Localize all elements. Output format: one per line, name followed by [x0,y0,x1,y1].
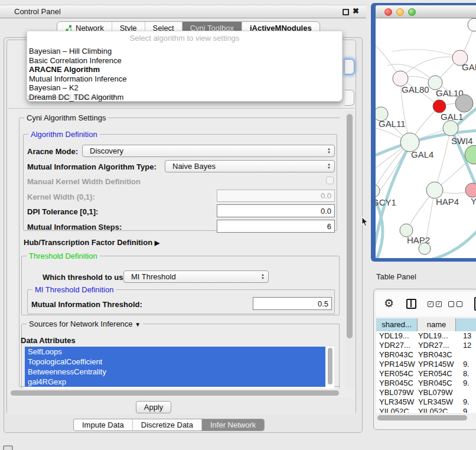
algorithm-option[interactable]: Bayesian – Hill Climbing [29,47,126,56]
kernel-width-field[interactable]: 0.0 [217,190,335,202]
select-all-icon[interactable]: ✓ ✓ [428,301,442,307]
algorithm-definition-group: Algorithm Definition Aracne Mode: Discov… [23,134,337,231]
table-row[interactable]: YPR145WYPR145W9. [376,360,476,369]
table-cell: YPR145W [418,360,456,369]
algorithm-option[interactable]: Dream8 DC_TDC Algorithm [29,93,126,102]
mi-threshold-definition-group: MI Threshold Definition Mutual Informati… [27,289,335,314]
network-node-hap4[interactable] [426,182,443,198]
table-cell [456,350,476,360]
column-header[interactable] [456,318,476,331]
network-node-y[interactable] [465,183,476,197]
network-canvas[interactable]: GALGAL80GAL10GAL1GAL11SWI4GAL4GCY1HAP4YH… [376,18,476,258]
table-row[interactable]: YDL19...YDL19...13 [376,331,476,341]
network-node[interactable] [419,243,431,255]
apply-button[interactable]: Apply [136,401,171,413]
zoom-traffic-light-icon[interactable] [408,8,416,16]
network-edge[interactable] [392,50,460,58]
table-row[interactable]: YDR27...YDR27...12 [376,341,476,350]
network-edge[interactable] [435,128,451,190]
column-header[interactable]: shared... [376,318,418,331]
which-threshold-select[interactable]: MI Threshold ▲▼ [123,270,269,283]
network-window-titlebar[interactable] [376,5,476,18]
node-label: GAL11 [379,119,406,129]
table-cell: YER054C [376,369,418,379]
column-header[interactable]: name [418,318,456,331]
tab-impute-data[interactable]: Impute Data [74,419,133,431]
list-scrollbar-thumb[interactable] [328,348,332,384]
float-window-icon[interactable] [343,9,349,15]
collapsed-panel-fragment[interactable] [3,445,13,450]
dpi-tolerance-field[interactable]: 0.0 [217,204,335,217]
table-cell: YLR345W [376,397,418,407]
network-view-window[interactable]: GALGAL80GAL10GAL1GAL11SWI4GAL4GCY1HAP4YH… [371,3,476,262]
network-node-gal1[interactable] [433,100,446,113]
table-header-row: shared...name [376,318,476,331]
settings-vertical-scrollbar[interactable] [345,111,354,389]
bottom-tabbar: Impute DataDiscretize DataInfer Network [73,419,265,431]
algorithm-option[interactable]: Bayesian – K2 [29,83,126,93]
tab-infer-network[interactable]: Infer Network [202,419,264,431]
manual-kernel-checkbox[interactable] [326,177,334,184]
network-node[interactable] [468,18,476,31]
network-edge[interactable] [376,142,410,200]
column-layout-icon[interactable] [406,299,416,309]
table-horizontal-scrollbar[interactable] [376,414,476,422]
network-node[interactable] [455,94,473,112]
scrollbar-thumb[interactable] [11,390,339,396]
stepper-icon: ▲▼ [327,162,331,169]
node-label: SWI4 [451,136,473,146]
node-table: shared...name YDL19...YDL19...13YDR27...… [376,318,476,413]
data-attribute-item[interactable]: gal4RGexp [25,377,325,387]
network-node-gcy1[interactable] [376,184,380,197]
mi-steps-value: 6 [327,222,331,231]
table-row[interactable]: YBL079WYBL079W [376,388,476,397]
table-cell: YBR043C [376,350,418,360]
close-icon[interactable]: ✖ [353,6,359,15]
hub-definition-toggle[interactable]: Hub/Transcription Factor Definition ▶ [24,238,159,247]
unchecked-checkbox-icon [457,301,462,307]
node-label: GAL [462,62,476,72]
scrollbar-thumb[interactable] [377,415,467,420]
table-cell: YLR345W [418,397,456,407]
gear-icon[interactable]: ⚙ [384,296,394,310]
algorithm-option[interactable]: Basic Correlation Inference [29,56,126,66]
which-threshold-label: Which threshold to use: [43,273,130,282]
mi-type-value: Naive Bayes [172,162,216,171]
settings-horizontal-scrollbar[interactable] [9,390,343,397]
mi-type-label: Mutual Information Algorithm Type: [27,162,157,171]
minimize-traffic-light-icon[interactable] [396,8,404,16]
network-edge[interactable] [400,57,460,79]
data-attribute-item[interactable]: TopologicalCoefficient [25,357,325,367]
table-cell: 9. [456,379,476,388]
aracne-mode-select[interactable]: Discovery ▲▼ [82,145,335,157]
inference-algorithm-select-fragment[interactable] [345,59,354,74]
table-row[interactable]: YLR345WYLR345W9. [376,397,476,407]
network-edge-thick[interactable] [432,230,476,258]
deselect-all-icon[interactable] [448,301,462,307]
collapse-down-icon[interactable]: ▼ [135,321,141,328]
table-cell: YDR27... [418,341,456,350]
table-row[interactable]: YIL052CYIL052C9. [376,407,476,413]
network-select-fragment[interactable] [345,90,354,106]
data-attribute-item[interactable]: BetweennessCentrality [25,367,325,377]
mi-type-select[interactable]: Naive Bayes ▲▼ [165,160,335,172]
tab-discretize-data[interactable]: Discretize Data [133,419,202,431]
table-row[interactable]: YBR045CYBR045C9. [376,379,476,388]
table-cell: YER054C [418,369,456,379]
close-traffic-light-icon[interactable] [384,8,392,16]
checked-checkbox-icon: ✓ [436,301,442,307]
scrollbar-thumb[interactable] [347,114,353,338]
data-attribute-item[interactable]: SelfLoops [25,347,325,357]
network-node-swi4[interactable] [443,120,458,136]
mi-steps-field[interactable]: 6 [217,220,335,233]
table-toolbar: ⚙ ✓ ✓ [376,292,476,317]
table-row[interactable]: YER054CYER054C8. [376,369,476,379]
data-attributes-list[interactable]: SelfLoopsTopologicalCoefficientBetweenne… [25,347,334,389]
mi-threshold-value: 0.5 [318,299,328,308]
table-row[interactable]: YBR043CYBR043C [376,350,476,360]
algorithm-option[interactable]: Mutual Information Inference [29,74,126,84]
table-cell: 9. [456,397,476,407]
algorithm-option[interactable]: ARACNE Algorithm [29,65,126,74]
mi-threshold-field[interactable]: 0.5 [253,297,332,310]
node-label: GAL1 [441,112,463,122]
